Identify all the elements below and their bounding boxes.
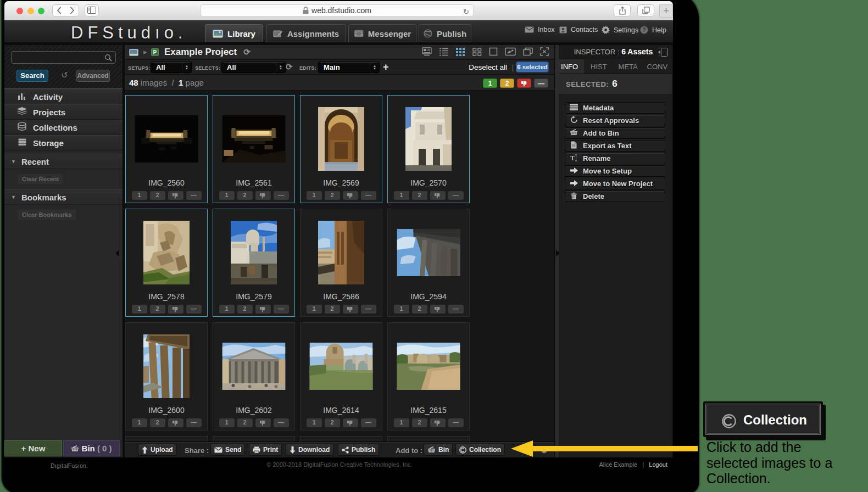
svg-text:T: T <box>570 154 575 161</box>
svg-text:?: ? <box>642 27 646 33</box>
